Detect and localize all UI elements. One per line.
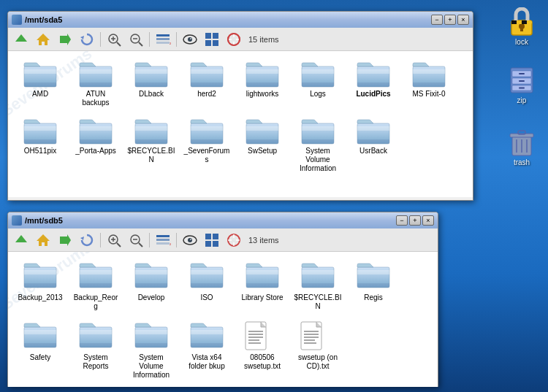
sep2-sda5 [149, 32, 150, 47]
minimize-btn-sdb5[interactable]: − [396, 215, 408, 226]
close-btn-sda5[interactable]: × [457, 15, 469, 25]
svg-rect-39 [191, 82, 223, 87]
icons-view-btn-sda5[interactable] [202, 30, 222, 49]
svg-marker-1 [37, 34, 50, 45]
home-btn-sdb5[interactable] [33, 231, 53, 250]
zoom-out-btn-sda5[interactable] [126, 30, 146, 49]
show-hidden-btn-sdb5[interactable] [180, 231, 200, 250]
svg-text:z: z [170, 242, 171, 246]
file-item[interactable]: Vista x64 folder bkup [180, 318, 233, 383]
zoom-out-btn-sdb5[interactable] [126, 231, 146, 250]
file-item[interactable]: OH511pix [14, 114, 66, 177]
file-label: lightworks [246, 90, 278, 99]
svg-rect-108 [135, 283, 167, 288]
view-list-btn-sdb5[interactable]: z [153, 231, 173, 250]
file-item[interactable]: Regis [347, 258, 400, 315]
forward-btn-sda5[interactable] [55, 30, 75, 49]
file-item[interactable]: $RECYCLE.BIN [292, 258, 344, 315]
folder-icon [356, 61, 391, 90]
file-item[interactable]: MS Fixit-0 [403, 57, 455, 111]
show-hidden-btn-sda5[interactable] [180, 30, 200, 49]
help-btn-sdb5[interactable] [224, 231, 244, 250]
svg-rect-54 [24, 139, 56, 144]
svg-rect-60 [135, 139, 167, 144]
file-item[interactable]: ATUN backups [69, 57, 122, 111]
maximize-btn-sda5[interactable]: + [444, 15, 456, 25]
home-btn-sda5[interactable] [33, 30, 53, 49]
svg-rect-125 [80, 330, 112, 334]
svg-rect-50 [413, 69, 445, 74]
svg-point-90 [190, 239, 191, 240]
svg-rect-38 [191, 69, 223, 74]
file-label: $RECYCLE.BIN [127, 147, 175, 164]
svg-rect-59 [135, 126, 167, 131]
svg-marker-76 [80, 237, 84, 240]
file-label: swsetup (on CD).txt [294, 353, 342, 371]
desktop-icon-lock[interactable]: lock [503, 7, 541, 46]
file-item[interactable]: System Volume Information [292, 114, 344, 177]
sep1-sdb5 [100, 233, 101, 247]
window-icon-sda5 [12, 15, 22, 25]
forward-btn-sdb5[interactable] [55, 231, 75, 250]
svg-rect-157 [519, 88, 525, 89]
file-label: Logs [310, 90, 326, 99]
svg-point-89 [188, 238, 192, 242]
up-btn-sda5[interactable] [11, 30, 31, 49]
svg-rect-19 [213, 33, 218, 39]
svg-line-5 [117, 42, 121, 46]
desktop-icon-trash[interactable]: trash [503, 128, 541, 166]
file-item[interactable]: _SevenForums [180, 114, 233, 177]
file-label: System Volume Information [127, 353, 175, 380]
file-label: Backup_2013 [18, 293, 62, 302]
close-btn-sdb5[interactable]: × [422, 215, 434, 226]
help-btn-sda5[interactable] [224, 30, 244, 49]
svg-rect-72 [357, 139, 389, 144]
svg-rect-102 [24, 283, 56, 288]
file-item[interactable]: Develop [125, 258, 178, 315]
svg-rect-150 [522, 20, 527, 24]
file-item[interactable]: System Reports [69, 318, 122, 383]
file-item[interactable]: System Volume Information [125, 318, 178, 383]
minimize-btn-sda5[interactable]: − [431, 15, 443, 25]
zoom-in-btn-sda5[interactable] [104, 30, 124, 49]
file-label: System Volume Information [294, 147, 342, 173]
svg-rect-51 [413, 82, 445, 87]
file-label: 080506 swsetup.txt [238, 353, 286, 371]
file-item[interactable]: UsrBack [347, 114, 400, 177]
refresh-btn-sdb5[interactable] [77, 231, 97, 250]
up-btn-sdb5[interactable] [11, 231, 31, 250]
svg-rect-45 [302, 82, 334, 87]
file-item[interactable]: Safety [14, 318, 66, 383]
file-item[interactable]: 080506 swsetup.txt [236, 318, 289, 383]
icons-view-btn-sdb5[interactable] [202, 231, 222, 250]
title-sda5: /mnt/sda5 [12, 15, 62, 25]
file-item[interactable]: DLback [125, 57, 178, 111]
folder-icon [134, 261, 169, 293]
txt-icon [300, 321, 335, 353]
file-item[interactable]: LucidPics [347, 57, 400, 111]
file-item[interactable]: Logs [292, 57, 344, 111]
file-item[interactable]: Backup_2013 [14, 258, 66, 315]
svg-rect-123 [24, 343, 56, 347]
file-item[interactable]: Backup_Reorg [69, 258, 122, 315]
file-item[interactable]: AMD [14, 57, 66, 111]
file-item[interactable]: lightworks [236, 57, 289, 111]
svg-point-17 [190, 38, 191, 39]
file-item[interactable]: swsetup (on CD).txt [292, 318, 344, 383]
svg-rect-86 [156, 242, 170, 245]
file-item[interactable]: Library Store [236, 258, 289, 315]
refresh-btn-sda5[interactable] [77, 30, 97, 49]
view-list-btn-sda5[interactable]: z [153, 30, 173, 49]
file-item[interactable]: $RECYCLE.BIN [125, 114, 178, 177]
file-label: $RECYCLE.BIN [294, 293, 342, 311]
zoom-in-btn-sdb5[interactable] [104, 231, 124, 250]
maximize-btn-sdb5[interactable]: + [409, 215, 421, 226]
file-item[interactable]: herd2 [180, 57, 233, 111]
file-item[interactable]: _Porta-Apps [69, 114, 122, 177]
folder-icon [245, 118, 280, 147]
file-item[interactable]: ISO [180, 258, 233, 315]
desktop-icon-zip[interactable]: zip [503, 66, 541, 104]
file-item[interactable]: SwSetup [236, 114, 289, 177]
sep1-sda5 [100, 32, 101, 47]
svg-rect-62 [191, 126, 223, 131]
